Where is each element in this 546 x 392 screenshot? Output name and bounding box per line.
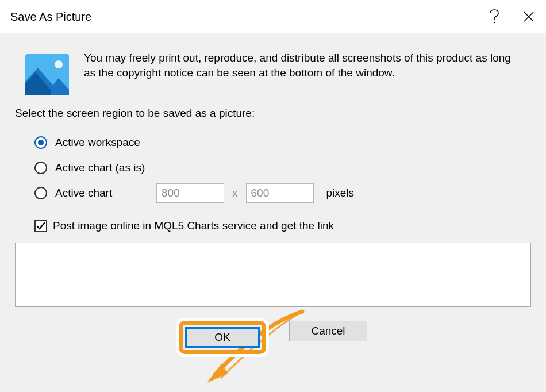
checkbox-icon <box>34 220 47 232</box>
link-output-textbox[interactable] <box>15 243 531 307</box>
svg-marker-5 <box>207 363 228 383</box>
checkbox-label: Post image online in MQL5 Charts service… <box>53 220 334 232</box>
option-active-chart-asis[interactable]: Active chart (as is) <box>34 155 531 180</box>
option-label: Active chart <box>55 187 152 199</box>
post-online-checkbox-row[interactable]: Post image online in MQL5 Charts service… <box>34 220 531 232</box>
svg-point-0 <box>494 22 495 24</box>
radio-icon <box>34 162 47 174</box>
close-button[interactable] <box>512 0 546 33</box>
dialog-body: You may freely print out, reproduce, and… <box>0 33 546 392</box>
ok-button[interactable]: OK <box>185 327 260 348</box>
height-input[interactable]: 600 <box>246 183 314 203</box>
width-input[interactable]: 800 <box>156 183 224 203</box>
cancel-button[interactable]: Cancel <box>289 321 367 341</box>
intro-section: You may freely print out, reproduce, and… <box>15 51 531 97</box>
dialog-buttons: OK Cancel <box>15 321 531 354</box>
option-label: Active workspace <box>55 136 140 149</box>
help-icon <box>489 9 499 24</box>
close-icon <box>523 11 535 22</box>
option-active-workspace[interactable]: Active workspace <box>34 130 531 155</box>
radio-icon <box>34 136 47 149</box>
svg-point-4 <box>55 60 63 68</box>
ok-button-highlight: OK <box>179 321 266 354</box>
dialog-title: Save As Picture <box>10 10 477 24</box>
titlebar: Save As Picture <box>0 0 546 33</box>
option-label: Active chart (as is) <box>55 162 145 174</box>
option-active-chart-size[interactable]: Active chart 800 x 600 pixels <box>34 180 531 206</box>
pixels-label: pixels <box>326 187 355 199</box>
help-button[interactable] <box>477 0 512 33</box>
radio-icon <box>34 187 47 199</box>
picture-icon <box>25 53 69 97</box>
region-options: Active workspace Active chart (as is) Ac… <box>34 130 531 206</box>
intro-text: You may freely print out, reproduce, and… <box>84 51 531 80</box>
save-as-picture-dialog: Save As Picture You m <box>0 0 546 392</box>
checkmark-icon <box>36 221 46 231</box>
select-region-label: Select the screen region to be saved as … <box>15 107 531 120</box>
dimension-x: x <box>232 187 238 199</box>
